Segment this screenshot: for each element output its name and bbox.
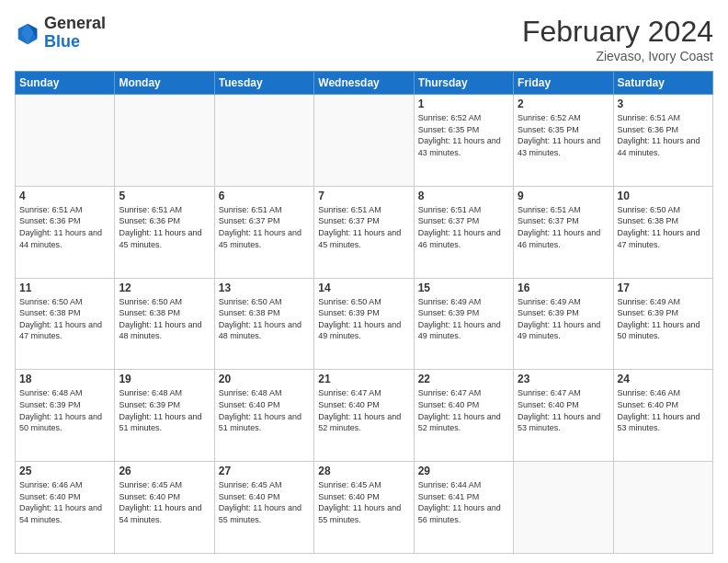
logo-icon [15, 20, 40, 46]
day-number: 13 [219, 282, 310, 294]
day-info: Sunrise: 6:49 AM Sunset: 6:39 PM Dayligh… [618, 296, 709, 342]
calendar-day-cell [16, 95, 115, 187]
calendar-day-cell: 9Sunrise: 6:51 AM Sunset: 6:37 PM Daylig… [514, 186, 613, 278]
page-header: General Blue February 2024 Zievaso, Ivor… [15, 15, 713, 63]
day-number: 12 [119, 282, 210, 294]
day-number: 3 [618, 98, 709, 110]
calendar-day-cell: 17Sunrise: 6:49 AM Sunset: 6:39 PM Dayli… [613, 278, 712, 370]
calendar-day-cell: 22Sunrise: 6:47 AM Sunset: 6:40 PM Dayli… [414, 370, 513, 462]
calendar-day-cell: 1Sunrise: 6:52 AM Sunset: 6:35 PM Daylig… [414, 95, 513, 187]
logo-text: General Blue [44, 15, 106, 52]
day-info: Sunrise: 6:50 AM Sunset: 6:38 PM Dayligh… [19, 296, 110, 342]
col-monday: Monday [115, 72, 214, 95]
day-info: Sunrise: 6:51 AM Sunset: 6:37 PM Dayligh… [318, 204, 409, 250]
day-info: Sunrise: 6:52 AM Sunset: 6:35 PM Dayligh… [418, 112, 509, 158]
day-info: Sunrise: 6:50 AM Sunset: 6:38 PM Dayligh… [618, 204, 709, 250]
day-number: 16 [518, 282, 609, 294]
day-number: 15 [418, 282, 509, 294]
title-block: February 2024 Zievaso, Ivory Coast [522, 15, 713, 63]
day-number: 10 [618, 190, 709, 202]
calendar-day-cell: 16Sunrise: 6:49 AM Sunset: 6:39 PM Dayli… [514, 278, 613, 370]
day-info: Sunrise: 6:45 AM Sunset: 6:40 PM Dayligh… [318, 479, 409, 525]
day-number: 11 [19, 282, 110, 294]
day-number: 4 [19, 190, 110, 202]
col-tuesday: Tuesday [214, 72, 313, 95]
calendar-day-cell: 26Sunrise: 6:45 AM Sunset: 6:40 PM Dayli… [115, 462, 214, 554]
month-title: February 2024 [522, 15, 713, 49]
day-number: 5 [119, 190, 210, 202]
calendar-day-cell: 4Sunrise: 6:51 AM Sunset: 6:36 PM Daylig… [16, 186, 115, 278]
calendar-day-cell: 15Sunrise: 6:49 AM Sunset: 6:39 PM Dayli… [414, 278, 513, 370]
day-info: Sunrise: 6:51 AM Sunset: 6:37 PM Dayligh… [418, 204, 509, 250]
day-number: 14 [318, 282, 409, 294]
calendar-week-row: 25Sunrise: 6:46 AM Sunset: 6:40 PM Dayli… [16, 462, 713, 554]
day-info: Sunrise: 6:45 AM Sunset: 6:40 PM Dayligh… [119, 479, 210, 525]
location: Zievaso, Ivory Coast [522, 49, 713, 63]
calendar-week-row: 4Sunrise: 6:51 AM Sunset: 6:36 PM Daylig… [16, 186, 713, 278]
day-info: Sunrise: 6:51 AM Sunset: 6:36 PM Dayligh… [618, 112, 709, 158]
col-thursday: Thursday [414, 72, 513, 95]
day-info: Sunrise: 6:47 AM Sunset: 6:40 PM Dayligh… [318, 387, 409, 433]
day-number: 8 [418, 190, 509, 202]
calendar-header-row: Sunday Monday Tuesday Wednesday Thursday… [16, 72, 713, 95]
day-info: Sunrise: 6:47 AM Sunset: 6:40 PM Dayligh… [418, 387, 509, 433]
col-saturday: Saturday [613, 72, 712, 95]
col-sunday: Sunday [16, 72, 115, 95]
calendar-day-cell: 12Sunrise: 6:50 AM Sunset: 6:38 PM Dayli… [115, 278, 214, 370]
calendar-table: Sunday Monday Tuesday Wednesday Thursday… [15, 71, 713, 554]
day-number: 23 [518, 373, 609, 385]
calendar-day-cell: 20Sunrise: 6:48 AM Sunset: 6:40 PM Dayli… [214, 370, 313, 462]
day-number: 27 [219, 465, 310, 477]
calendar-day-cell: 5Sunrise: 6:51 AM Sunset: 6:36 PM Daylig… [115, 186, 214, 278]
day-number: 18 [19, 373, 110, 385]
calendar-day-cell: 8Sunrise: 6:51 AM Sunset: 6:37 PM Daylig… [414, 186, 513, 278]
day-info: Sunrise: 6:48 AM Sunset: 6:40 PM Dayligh… [219, 387, 310, 433]
day-number: 1 [418, 98, 509, 110]
day-number: 2 [518, 98, 609, 110]
day-info: Sunrise: 6:51 AM Sunset: 6:37 PM Dayligh… [518, 204, 609, 250]
calendar-day-cell: 13Sunrise: 6:50 AM Sunset: 6:38 PM Dayli… [214, 278, 313, 370]
day-number: 7 [318, 190, 409, 202]
calendar-day-cell: 24Sunrise: 6:46 AM Sunset: 6:40 PM Dayli… [613, 370, 712, 462]
calendar-day-cell: 27Sunrise: 6:45 AM Sunset: 6:40 PM Dayli… [214, 462, 313, 554]
calendar-day-cell [214, 95, 313, 187]
logo-blue: Blue [44, 33, 106, 52]
day-info: Sunrise: 6:51 AM Sunset: 6:36 PM Dayligh… [19, 204, 110, 250]
calendar-day-cell: 28Sunrise: 6:45 AM Sunset: 6:40 PM Dayli… [314, 462, 414, 554]
day-number: 6 [219, 190, 310, 202]
day-info: Sunrise: 6:48 AM Sunset: 6:39 PM Dayligh… [19, 387, 110, 433]
day-number: 9 [518, 190, 609, 202]
col-wednesday: Wednesday [314, 72, 414, 95]
calendar-day-cell: 19Sunrise: 6:48 AM Sunset: 6:39 PM Dayli… [115, 370, 214, 462]
day-number: 19 [119, 373, 210, 385]
calendar-week-row: 18Sunrise: 6:48 AM Sunset: 6:39 PM Dayli… [16, 370, 713, 462]
day-number: 26 [119, 465, 210, 477]
logo-general: General [44, 15, 106, 33]
day-info: Sunrise: 6:50 AM Sunset: 6:39 PM Dayligh… [318, 296, 409, 342]
day-number: 24 [618, 373, 709, 385]
day-info: Sunrise: 6:50 AM Sunset: 6:38 PM Dayligh… [119, 296, 210, 342]
day-number: 29 [418, 465, 509, 477]
logo: General Blue [15, 15, 106, 52]
calendar-day-cell: 6Sunrise: 6:51 AM Sunset: 6:37 PM Daylig… [214, 186, 313, 278]
calendar-day-cell: 29Sunrise: 6:44 AM Sunset: 6:41 PM Dayli… [414, 462, 513, 554]
calendar-day-cell: 23Sunrise: 6:47 AM Sunset: 6:40 PM Dayli… [514, 370, 613, 462]
day-number: 28 [318, 465, 409, 477]
day-info: Sunrise: 6:50 AM Sunset: 6:38 PM Dayligh… [219, 296, 310, 342]
day-info: Sunrise: 6:44 AM Sunset: 6:41 PM Dayligh… [418, 479, 509, 525]
calendar-day-cell: 3Sunrise: 6:51 AM Sunset: 6:36 PM Daylig… [613, 95, 712, 187]
day-number: 17 [618, 282, 709, 294]
day-info: Sunrise: 6:45 AM Sunset: 6:40 PM Dayligh… [219, 479, 310, 525]
calendar-week-row: 1Sunrise: 6:52 AM Sunset: 6:35 PM Daylig… [16, 95, 713, 187]
calendar-day-cell [115, 95, 214, 187]
calendar-day-cell: 2Sunrise: 6:52 AM Sunset: 6:35 PM Daylig… [514, 95, 613, 187]
day-info: Sunrise: 6:47 AM Sunset: 6:40 PM Dayligh… [518, 387, 609, 433]
calendar-day-cell: 11Sunrise: 6:50 AM Sunset: 6:38 PM Dayli… [16, 278, 115, 370]
day-info: Sunrise: 6:51 AM Sunset: 6:37 PM Dayligh… [219, 204, 310, 250]
calendar-day-cell: 25Sunrise: 6:46 AM Sunset: 6:40 PM Dayli… [16, 462, 115, 554]
day-info: Sunrise: 6:49 AM Sunset: 6:39 PM Dayligh… [518, 296, 609, 342]
day-number: 20 [219, 373, 310, 385]
calendar-day-cell: 7Sunrise: 6:51 AM Sunset: 6:37 PM Daylig… [314, 186, 414, 278]
calendar-day-cell: 18Sunrise: 6:48 AM Sunset: 6:39 PM Dayli… [16, 370, 115, 462]
day-info: Sunrise: 6:48 AM Sunset: 6:39 PM Dayligh… [119, 387, 210, 433]
